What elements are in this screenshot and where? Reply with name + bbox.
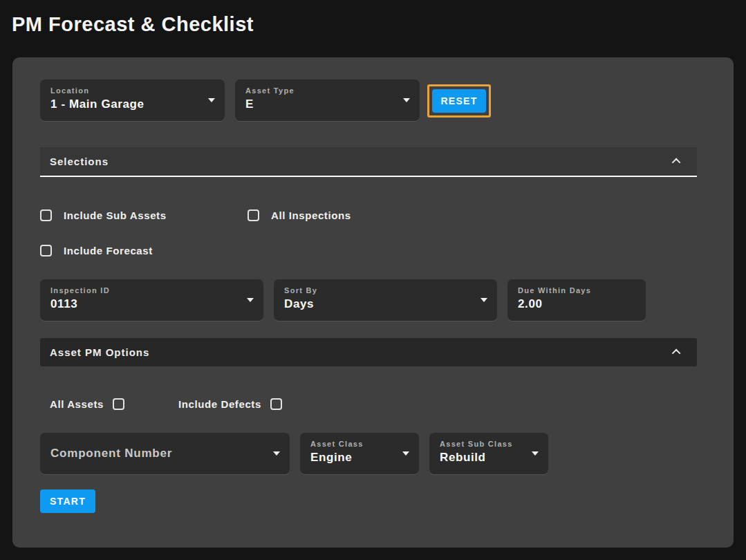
- all-assets-checkbox[interactable]: [113, 398, 124, 410]
- location-label: Location: [50, 86, 204, 95]
- chevron-up-icon: [672, 349, 681, 358]
- location-value: 1 - Main Garage: [50, 97, 204, 111]
- asset-sub-class-value: Rebuild: [440, 451, 528, 465]
- selections-section-header[interactable]: Selections: [40, 147, 697, 177]
- component-number-select[interactable]: Component Number: [40, 433, 290, 474]
- include-defects-checkbox[interactable]: [270, 398, 282, 410]
- include-sub-assets-label: Include Sub Assets: [64, 209, 167, 221]
- inspection-id-select[interactable]: Inspection ID 0113: [40, 279, 263, 321]
- inspection-id-label: Inspection ID: [50, 286, 243, 295]
- asset-type-select[interactable]: Asset Type E: [235, 80, 420, 121]
- chevron-down-icon: [273, 451, 280, 456]
- selections-field-row: Inspection ID 0113 Sort By Days Due With…: [40, 279, 697, 321]
- page-title: PM Forecast & Checklist: [12, 12, 746, 36]
- include-forecast-label: Include Forecast: [64, 245, 153, 256]
- sort-by-value: Days: [284, 297, 476, 311]
- reset-button[interactable]: RESET: [432, 89, 486, 113]
- sort-by-select[interactable]: Sort By Days: [274, 279, 497, 321]
- reset-focus-ring: RESET: [427, 84, 491, 118]
- asset-pm-checkbox-row: All Assets Include Defects: [40, 398, 697, 410]
- asset-pm-options-section-title: Asset PM Options: [50, 346, 149, 358]
- asset-sub-class-select[interactable]: Asset Sub Class Rebuild: [429, 433, 548, 474]
- start-button[interactable]: START: [40, 489, 95, 513]
- include-forecast-option[interactable]: Include Forecast: [40, 245, 153, 256]
- chevron-down-icon: [402, 451, 409, 456]
- asset-sub-class-label: Asset Sub Class: [440, 440, 528, 448]
- asset-class-value: Engine: [310, 451, 398, 465]
- chevron-down-icon: [403, 98, 410, 102]
- top-filter-row: Location 1 - Main Garage Asset Type E RE…: [40, 80, 697, 121]
- component-number-placeholder: Component Number: [50, 440, 269, 467]
- due-within-days-label: Due Within Days: [518, 286, 625, 295]
- chevron-down-icon: [481, 298, 487, 302]
- all-inspections-option[interactable]: All Inspections: [248, 209, 351, 221]
- inspection-id-value: 0113: [50, 297, 243, 311]
- due-within-days-field[interactable]: Due Within Days: [507, 279, 646, 321]
- chevron-up-icon: [672, 158, 681, 167]
- all-assets-option[interactable]: All Assets: [50, 398, 178, 410]
- sort-by-label: Sort By: [284, 286, 476, 295]
- all-inspections-label: All Inspections: [271, 209, 351, 221]
- selections-checkbox-row-1: Include Sub Assets All Inspections: [40, 209, 697, 221]
- include-defects-label: Include Defects: [178, 398, 261, 410]
- include-defects-option[interactable]: Include Defects: [178, 398, 282, 410]
- asset-type-value: E: [245, 97, 399, 111]
- asset-class-label: Asset Class: [310, 440, 398, 448]
- chevron-down-icon: [208, 98, 215, 102]
- asset-class-select[interactable]: Asset Class Engine: [300, 433, 419, 474]
- location-select[interactable]: Location 1 - Main Garage: [40, 80, 225, 121]
- asset-pm-options-section-header[interactable]: Asset PM Options: [40, 338, 697, 366]
- asset-type-label: Asset Type: [245, 86, 399, 95]
- due-within-days-input[interactable]: [518, 297, 625, 311]
- pm-forecast-panel: Location 1 - Main Garage Asset Type E RE…: [12, 57, 734, 548]
- asset-pm-field-row: Component Number Asset Class Engine Asse…: [40, 433, 697, 474]
- include-sub-assets-option[interactable]: Include Sub Assets: [40, 209, 248, 221]
- all-inspections-checkbox[interactable]: [248, 209, 259, 221]
- selections-section-title: Selections: [50, 156, 109, 167]
- selections-checkbox-row-2: Include Forecast: [40, 245, 697, 256]
- include-sub-assets-checkbox[interactable]: [40, 209, 52, 221]
- include-forecast-checkbox[interactable]: [40, 245, 52, 256]
- chevron-down-icon: [532, 451, 539, 456]
- chevron-down-icon: [247, 298, 254, 302]
- all-assets-label: All Assets: [50, 398, 104, 410]
